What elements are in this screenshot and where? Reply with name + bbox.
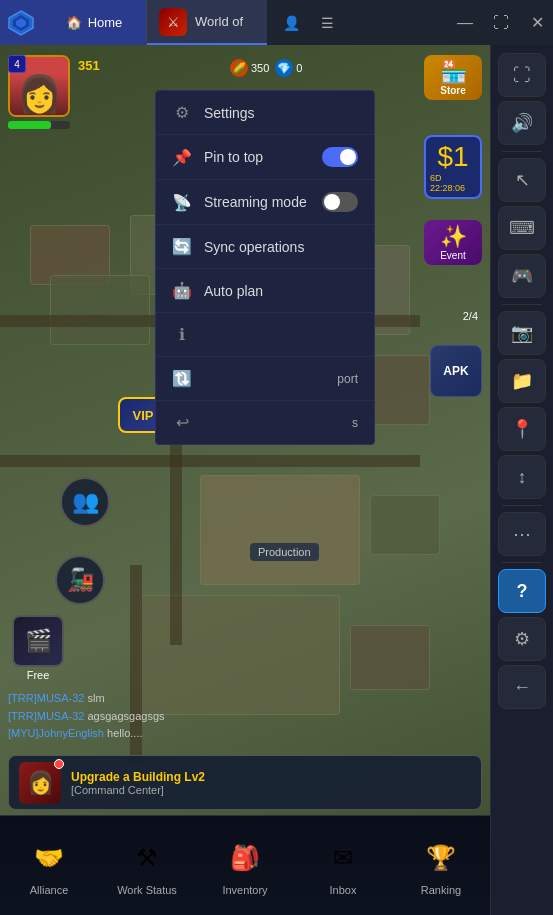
home-label: Home <box>88 15 123 30</box>
streaming-mode-item[interactable]: 📡 Streaming mode <box>156 180 374 225</box>
streaming-icon: 📡 <box>172 193 192 212</box>
food-resource: 🌽 350 <box>230 59 269 77</box>
folder-btn[interactable]: 📁 <box>498 359 546 403</box>
production-label: Production <box>250 543 319 561</box>
help-btn[interactable]: ? <box>498 569 546 613</box>
close-button[interactable]: ✕ <box>521 9 553 37</box>
menu-item-unknown-1[interactable]: ℹ <box>156 313 374 357</box>
expand-btn[interactable]: ⛶ <box>498 53 546 97</box>
sidebar-divider-2 <box>502 304 542 305</box>
military-marker[interactable]: 🚂 <box>55 555 105 605</box>
chat-message-1: [TRR]MUSA-32 slm <box>8 690 482 708</box>
rotate-btn[interactable]: ↕ <box>498 455 546 499</box>
pin-icon: 📌 <box>172 148 192 167</box>
sidebar-divider-3 <box>502 505 542 506</box>
game-tab-icon: ⚔ <box>159 8 187 36</box>
window-buttons: — ⛶ ✕ <box>449 9 553 37</box>
settings-sidebar-btn[interactable]: ⚙ <box>498 617 546 661</box>
military-icon: 🚂 <box>55 555 105 605</box>
chat-tag-3: [MYU]JohnyEnglish <box>8 727 104 739</box>
menu-item-unknown-2[interactable]: 🔃 port <box>156 357 374 401</box>
quest-text: Upgrade a Building Lv2 [Command Center] <box>71 770 471 796</box>
offer-timer: 6D 22:28:06 <box>430 173 476 193</box>
nav-inventory[interactable]: 🎒 Inventory <box>196 828 294 904</box>
power-display: 351 <box>78 58 100 73</box>
maximize-button[interactable]: ⛶ <box>485 9 517 37</box>
sidebar-divider-1 <box>502 151 542 152</box>
gem-icon: 💎 <box>275 59 293 77</box>
pointer-btn[interactable]: ↖ <box>498 158 546 202</box>
chat-area: [TRR]MUSA-32 slm [TRR]MUSA-32 agsgagsgag… <box>8 690 482 750</box>
auto-plan-item[interactable]: 🤖 Auto plan <box>156 269 374 313</box>
menu-icon[interactable]: ☰ <box>313 9 341 37</box>
more-btn[interactable]: ⋯ <box>498 512 546 556</box>
apk-button[interactable]: APK <box>430 345 482 397</box>
settings-menu-item[interactable]: ⚙ Settings <box>156 91 374 135</box>
more-icon: ⋯ <box>513 523 531 545</box>
menu-item-unknown-3[interactable]: ↩ s <box>156 401 374 444</box>
player-level-badge: 4 <box>8 55 26 73</box>
nav-alliance[interactable]: 🤝 Alliance <box>0 828 98 904</box>
pointer-icon: ↖ <box>515 169 530 191</box>
ranking-icon: 🏆 <box>419 836 463 880</box>
title-bar: 🏠 Home ⚔ World of 👤 ☰ — ⛶ ✕ <box>0 0 553 45</box>
volume-btn[interactable]: 🔊 <box>498 101 546 145</box>
nav-inbox[interactable]: ✉ Inbox <box>294 828 392 904</box>
volume-icon: 🔊 <box>511 112 533 134</box>
free-button[interactable]: 🎬 Free <box>12 615 64 681</box>
quest-title: Upgrade a Building Lv2 <box>71 770 471 784</box>
unknown-icon-3: ↩ <box>172 413 192 432</box>
capacity-counter: 2/4 <box>463 310 478 322</box>
inventory-icon: 🎒 <box>223 836 267 880</box>
keyboard-btn[interactable]: ⌨ <box>498 206 546 250</box>
keyboard-icon: ⌨ <box>509 217 535 239</box>
game-tab-label: World of <box>195 14 243 29</box>
streaming-toggle[interactable] <box>322 192 358 212</box>
pin-to-top-label: Pin to top <box>204 149 263 165</box>
inbox-icon: ✉ <box>321 836 365 880</box>
s-text: s <box>352 416 358 430</box>
special-offer-button[interactable]: $1 6D 22:28:06 <box>424 135 482 199</box>
chat-message-2: [TRR]MUSA-32 agsgagsgagsgs <box>8 708 482 726</box>
ranking-label: Ranking <box>421 884 461 896</box>
sync-operations-item[interactable]: 🔄 Sync operations <box>156 225 374 269</box>
unknown-icon-1: ℹ <box>172 325 192 344</box>
alliance-label: Alliance <box>30 884 69 896</box>
work-status-label: Work Status <box>117 884 177 896</box>
back-btn[interactable]: ← <box>498 665 546 709</box>
home-icon: 🏠 <box>66 15 82 30</box>
event-button[interactable]: ✨ Event <box>424 220 482 265</box>
location-btn[interactable]: 📍 <box>498 407 546 451</box>
health-fill <box>8 121 51 129</box>
store-label: Store <box>440 85 466 96</box>
pin-to-top-item[interactable]: 📌 Pin to top <box>156 135 374 180</box>
social-marker[interactable]: 👥 <box>60 477 110 527</box>
user-icon[interactable]: 👤 <box>277 9 305 37</box>
free-label: Free <box>27 669 50 681</box>
right-sidebar: ⛶ 🔊 ↖ ⌨ 🎮 📷 📁 📍 ↕ ⋯ ? ⚙ ← <box>490 45 553 915</box>
nav-ranking[interactable]: 🏆 Ranking <box>392 828 490 904</box>
port-text: port <box>337 372 358 386</box>
gamepad-btn[interactable]: 🎮 <box>498 254 546 298</box>
gear-icon: ⚙ <box>514 628 530 650</box>
nav-work-status[interactable]: ⚒ Work Status <box>98 828 196 904</box>
social-icon: 👥 <box>60 477 110 527</box>
quest-bar[interactable]: 👩 Upgrade a Building Lv2 [Command Center… <box>8 755 482 810</box>
home-tab[interactable]: 🏠 Home <box>42 0 147 45</box>
screenshot-btn[interactable]: 📷 <box>498 311 546 355</box>
settings-menu-label: Settings <box>204 105 255 121</box>
game-tab[interactable]: ⚔ World of <box>147 0 267 45</box>
auto-plan-icon: 🤖 <box>172 281 192 300</box>
location-icon: 📍 <box>511 418 533 440</box>
store-button[interactable]: 🏪 Store <box>424 55 482 100</box>
chat-message-3: [MYU]JohnyEnglish hello.... <box>8 725 482 743</box>
gamepad-icon: 🎮 <box>511 265 533 287</box>
back-icon: ← <box>513 677 531 698</box>
folder-icon: 📁 <box>511 370 533 392</box>
title-bar-left: 🏠 Home ⚔ World of 👤 ☰ <box>0 0 449 45</box>
minimize-button[interactable]: — <box>449 9 481 37</box>
streaming-toggle-knob <box>324 194 340 210</box>
bottom-navigation: 🤝 Alliance ⚒ Work Status 🎒 Inventory ✉ I… <box>0 815 490 915</box>
bluestacks-logo[interactable] <box>0 0 42 45</box>
pin-toggle[interactable] <box>322 147 358 167</box>
